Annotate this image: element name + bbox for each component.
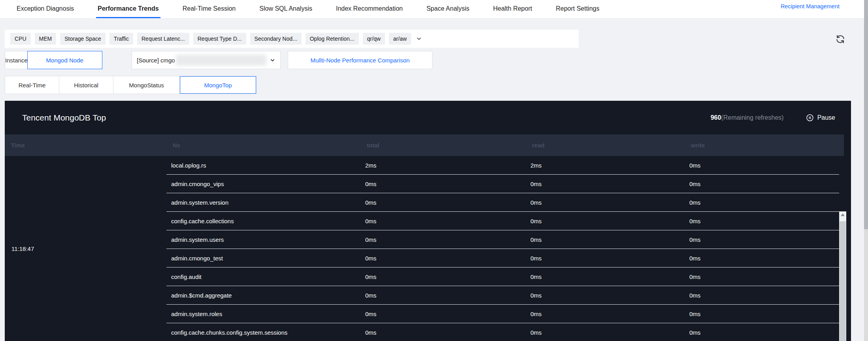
metric-chip[interactable]: MEM: [35, 33, 57, 45]
metric-chip[interactable]: CPU: [10, 33, 31, 45]
column-header-read: read: [526, 142, 685, 149]
table-row[interactable]: local.oplog.rs 2ms 2ms 0ms: [166, 156, 839, 175]
nav-tab-label: Real-Time Session: [183, 5, 236, 12]
metric-chip[interactable]: qr/qw: [363, 33, 385, 45]
node-type-tab[interactable]: Instance: [5, 51, 28, 69]
cell-read: 0ms: [526, 311, 685, 317]
cell-total: 0ms: [360, 311, 526, 317]
cell-write: 0ms: [685, 162, 839, 169]
view-tab-label: MongoStatus: [129, 82, 164, 89]
cell-read: 0ms: [526, 218, 685, 224]
nav-tab[interactable]: Index Recommendation: [334, 0, 404, 18]
panel-header: Tencent MongoDB Top 960 (Remaining refre…: [5, 101, 851, 134]
nav-tab-label: Index Recommendation: [336, 5, 403, 12]
metric-chip[interactable]: Request Type D...: [193, 33, 246, 45]
table-row[interactable]: config.audit 0ms 0ms 0ms: [166, 268, 839, 286]
metric-chips-bar: CPU MEM Storage Space Traffic Request La…: [5, 30, 579, 48]
metric-chip[interactable]: ar/aw: [389, 33, 411, 45]
nav-tab[interactable]: Real-Time Session: [181, 0, 238, 18]
cell-read: 0ms: [526, 292, 685, 299]
node-type-switch: Instance Mongod Node: [5, 51, 102, 69]
node-select-dropdown[interactable]: [Source] cmgo: [132, 51, 281, 69]
table-scrollbar-thumb[interactable]: [840, 221, 846, 341]
view-tab-label: Historical: [74, 82, 98, 89]
metric-chip[interactable]: Request Latenc...: [137, 33, 189, 45]
refresh-count: 960: [711, 114, 721, 121]
cell-total: 2ms: [360, 162, 526, 169]
table-vertical-scrollbar[interactable]: [839, 211, 846, 341]
cell-read: 0ms: [526, 236, 685, 243]
cell-total: 0ms: [360, 181, 526, 187]
page-scrollbar-thumb[interactable]: [864, 0, 868, 229]
refresh-count-label: (Remaining refreshes): [721, 114, 783, 121]
pause-button-label: Pause: [817, 114, 835, 121]
time-cell: 11:18:47: [5, 156, 166, 341]
table-row[interactable]: admin.cmongo_test 0ms 0ms 0ms: [166, 249, 839, 268]
nav-tab[interactable]: Slow SQL Analysis: [258, 0, 314, 18]
node-type-tab-label: Instance: [5, 57, 28, 64]
cell-total: 0ms: [360, 255, 526, 262]
cell-ns: admin.cmongo_vips: [166, 181, 360, 187]
metric-chip[interactable]: Secondary Nod...: [250, 33, 302, 45]
cell-write: 0ms: [685, 311, 839, 317]
table-row[interactable]: admin.system.roles 0ms 0ms 0ms: [166, 305, 839, 323]
chevron-down-icon: [270, 57, 275, 63]
nav-tab-label: Performance Trends: [98, 5, 159, 12]
table-header-row: Time Ns total read write: [5, 134, 844, 156]
metric-chip[interactable]: Oplog Retention...: [306, 33, 359, 45]
cell-ns: local.oplog.rs: [166, 162, 360, 169]
nav-tab[interactable]: Exception Diagnosis: [15, 0, 75, 18]
table-row[interactable]: admin.$cmd.aggregate 0ms 0ms 0ms: [166, 286, 839, 305]
cell-write: 0ms: [685, 292, 839, 299]
nav-tab-label: Health Report: [493, 5, 532, 12]
cell-read: 0ms: [526, 255, 685, 262]
table-row[interactable]: config.cache.chunks.config.system.sessio…: [166, 323, 839, 341]
cell-total: 0ms: [360, 273, 526, 280]
metric-chip[interactable]: Storage Space: [60, 33, 106, 45]
mongotop-panel: Tencent MongoDB Top 960 (Remaining refre…: [5, 101, 851, 341]
view-tab[interactable]: MongoStatus: [113, 76, 180, 94]
view-tab[interactable]: Historical: [59, 76, 113, 94]
metric-chip[interactable]: Traffic: [109, 33, 133, 45]
view-tab[interactable]: Real-Time: [5, 76, 59, 94]
node-select-value: [Source] cmgo: [137, 57, 175, 64]
table-row[interactable]: admin.cmongo_vips 0ms 0ms 0ms: [166, 175, 839, 193]
multi-node-comparison-button[interactable]: Mullti-Node Performance Comparison: [288, 51, 432, 69]
nav-tab[interactable]: Performance Trends: [96, 0, 160, 18]
chevron-down-icon[interactable]: [416, 36, 422, 42]
recipient-management-link[interactable]: Recipient Management: [781, 0, 840, 9]
nav-tab[interactable]: Report Settings: [554, 0, 601, 18]
table-row[interactable]: config.cache.collections 0ms 0ms 0ms: [166, 212, 839, 230]
node-type-tab[interactable]: Mongod Node: [27, 51, 102, 69]
view-tab[interactable]: MongoTop: [180, 76, 256, 94]
nav-tab[interactable]: Health Report: [491, 0, 534, 18]
cell-read: 0ms: [526, 273, 685, 280]
pause-icon: [806, 114, 814, 122]
cell-write: 0ms: [685, 273, 839, 280]
cell-write: 0ms: [685, 181, 839, 187]
cell-ns: config.audit: [166, 273, 360, 280]
cell-read: 0ms: [526, 181, 685, 187]
cell-read: 0ms: [526, 329, 685, 336]
nav-tab[interactable]: Space Analysis: [425, 0, 471, 18]
column-header-write: write: [685, 142, 844, 149]
scrollbar-up-arrow-icon[interactable]: [841, 213, 845, 216]
redacted-node-id: [176, 55, 266, 66]
cell-write: 0ms: [685, 218, 839, 224]
page-vertical-scrollbar[interactable]: [864, 0, 868, 341]
table-row[interactable]: admin.system.users 0ms 0ms 0ms: [166, 230, 839, 249]
remaining-refreshes: 960 (Remaining refreshes): [711, 114, 784, 121]
nav-tab-label: Report Settings: [556, 5, 599, 12]
pause-button[interactable]: Pause: [806, 114, 835, 122]
cell-total: 0ms: [360, 236, 526, 243]
node-type-tab-label: Mongod Node: [46, 57, 83, 64]
table-row[interactable]: admin.system.version 0ms 0ms 0ms: [166, 193, 839, 212]
cell-write: 0ms: [685, 199, 839, 206]
cell-write: 0ms: [685, 255, 839, 262]
cell-total: 0ms: [360, 218, 526, 224]
cell-write: 0ms: [685, 329, 839, 336]
view-tab-label: MongoTop: [204, 82, 232, 89]
cell-ns: admin.system.roles: [166, 311, 360, 317]
refresh-icon[interactable]: [835, 34, 846, 45]
column-header-ns: Ns: [166, 142, 360, 149]
